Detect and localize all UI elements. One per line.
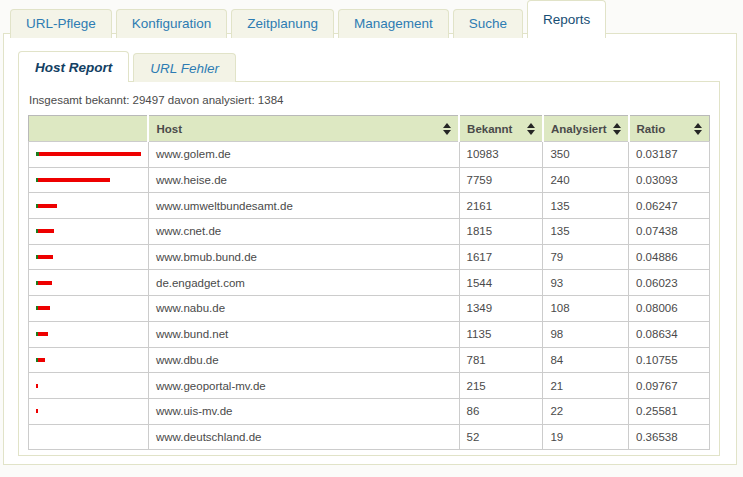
column-header-ratio[interactable]: Ratio — [629, 116, 710, 142]
bar-cell — [29, 244, 149, 270]
analysiert-cell: 98 — [543, 321, 629, 347]
bar-cell — [29, 219, 149, 245]
column-header-blank — [29, 116, 149, 142]
bar-cell — [29, 193, 149, 219]
summary-text: Insgesamt bekannt: 29497 davon analysier… — [29, 94, 710, 106]
column-label: Bekannt — [467, 123, 512, 135]
ratio-cell: 0.03093 — [629, 167, 710, 193]
table-row: www.nabu.de13491080.08006 — [29, 296, 710, 322]
host-report-panel: Insgesamt bekannt: 29497 davon analysier… — [18, 81, 720, 456]
bar-cell — [29, 142, 149, 168]
table-row: www.golem.de109833500.03187 — [29, 142, 710, 168]
host-cell: www.bund.net — [148, 321, 459, 347]
ratio-cell: 0.10755 — [629, 347, 710, 373]
bekannt-cell: 1135 — [459, 321, 543, 347]
table-row: www.bund.net1135980.08634 — [29, 321, 710, 347]
bekannt-bar-segment — [38, 204, 57, 208]
host-cell: www.nabu.de — [148, 296, 459, 322]
main-tab-bar: URL-PflegeKonfigurationZeitplanungManage… — [0, 0, 743, 38]
subtab-url-fehler[interactable]: URL Fehler — [133, 53, 236, 82]
analysiert-cell: 84 — [543, 347, 629, 373]
bekannt-bar-segment — [38, 281, 52, 285]
bekannt-bar-segment — [38, 178, 110, 182]
analysiert-cell: 135 — [543, 219, 629, 245]
host-cell: de.engadget.com — [148, 270, 459, 296]
sort-icon[interactable] — [613, 123, 621, 135]
bekannt-bar-segment — [38, 229, 54, 233]
analysiert-cell: 135 — [543, 193, 629, 219]
sort-icon[interactable] — [443, 123, 451, 135]
bekannt-cell: 1815 — [459, 219, 543, 245]
table-row: www.dbu.de781840.10755 — [29, 347, 710, 373]
bekannt-bar-segment — [38, 306, 50, 310]
table-head: HostBekanntAnalysiertRatio — [29, 116, 710, 142]
ratio-cell: 0.08634 — [629, 321, 710, 347]
bekannt-cell: 781 — [459, 347, 543, 373]
bekannt-cell: 52 — [459, 424, 543, 450]
bekannt-bar-segment — [38, 358, 45, 362]
reports-panel: Host ReportURL Fehler Insgesamt bekannt:… — [3, 33, 737, 465]
table-body: www.golem.de109833500.03187www.heise.de7… — [29, 142, 710, 450]
bekannt-cell: 10983 — [459, 142, 543, 168]
ratio-cell: 0.03187 — [629, 142, 710, 168]
bekannt-bar-segment — [39, 152, 141, 156]
table-row: www.heise.de77592400.03093 — [29, 167, 710, 193]
subtab-host-report[interactable]: Host Report — [18, 51, 129, 82]
column-header-host[interactable]: Host — [148, 116, 459, 142]
bar-cell — [29, 167, 149, 193]
host-cell: www.cnet.de — [148, 219, 459, 245]
tab-suche[interactable]: Suche — [453, 9, 523, 38]
table-row: www.geoportal-mv.de215210.09767 — [29, 373, 710, 399]
analysiert-cell: 22 — [543, 398, 629, 424]
bekannt-bar-segment — [38, 332, 48, 336]
analysiert-cell: 19 — [543, 424, 629, 450]
ratio-cell: 0.06023 — [629, 270, 710, 296]
host-cell: www.umweltbundesamt.de — [148, 193, 459, 219]
bekannt-bar-segment — [36, 384, 38, 388]
host-cell: www.heise.de — [148, 167, 459, 193]
tab-management[interactable]: Management — [338, 9, 449, 38]
host-cell: www.uis-mv.de — [148, 398, 459, 424]
ratio-cell: 0.36538 — [629, 424, 710, 450]
sort-icon[interactable] — [694, 123, 702, 135]
ratio-cell: 0.06247 — [629, 193, 710, 219]
bekannt-bar-segment — [38, 255, 53, 259]
bar-cell — [29, 270, 149, 296]
table-row: www.uis-mv.de86220.25581 — [29, 398, 710, 424]
table-row: www.bmub.bund.de1617790.04886 — [29, 244, 710, 270]
sub-tab-bar: Host ReportURL Fehler — [18, 51, 736, 82]
host-cell: www.golem.de — [148, 142, 459, 168]
ratio-cell: 0.25581 — [629, 398, 710, 424]
host-report-table: HostBekanntAnalysiertRatio www.golem.de1… — [28, 115, 710, 450]
tab-zeitplanung[interactable]: Zeitplanung — [231, 9, 334, 38]
tab-konfiguration[interactable]: Konfiguration — [116, 9, 228, 38]
bekannt-cell: 2161 — [459, 193, 543, 219]
tab-url-pflege[interactable]: URL-Pflege — [10, 9, 112, 38]
analysiert-cell: 93 — [543, 270, 629, 296]
column-header-analysiert[interactable]: Analysiert — [543, 116, 629, 142]
tab-reports[interactable]: Reports — [527, 0, 606, 38]
analysiert-cell: 350 — [543, 142, 629, 168]
bekannt-cell: 1617 — [459, 244, 543, 270]
analysiert-cell: 108 — [543, 296, 629, 322]
bekannt-cell: 7759 — [459, 167, 543, 193]
analysiert-cell: 240 — [543, 167, 629, 193]
sort-icon[interactable] — [527, 123, 535, 135]
bar-cell — [29, 373, 149, 399]
ratio-cell: 0.04886 — [629, 244, 710, 270]
column-header-bekannt[interactable]: Bekannt — [459, 116, 543, 142]
column-label: Host — [156, 123, 182, 135]
host-cell: www.bmub.bund.de — [148, 244, 459, 270]
bar-cell — [29, 424, 149, 450]
ratio-cell: 0.08006 — [629, 296, 710, 322]
bekannt-bar-segment — [36, 409, 38, 413]
bar-cell — [29, 347, 149, 373]
table-header-row: HostBekanntAnalysiertRatio — [29, 116, 710, 142]
ratio-cell: 0.09767 — [629, 373, 710, 399]
bekannt-cell: 86 — [459, 398, 543, 424]
analysiert-cell: 79 — [543, 244, 629, 270]
column-label: Analysiert — [551, 123, 607, 135]
ratio-cell: 0.07438 — [629, 219, 710, 245]
bar-cell — [29, 398, 149, 424]
host-cell: www.dbu.de — [148, 347, 459, 373]
